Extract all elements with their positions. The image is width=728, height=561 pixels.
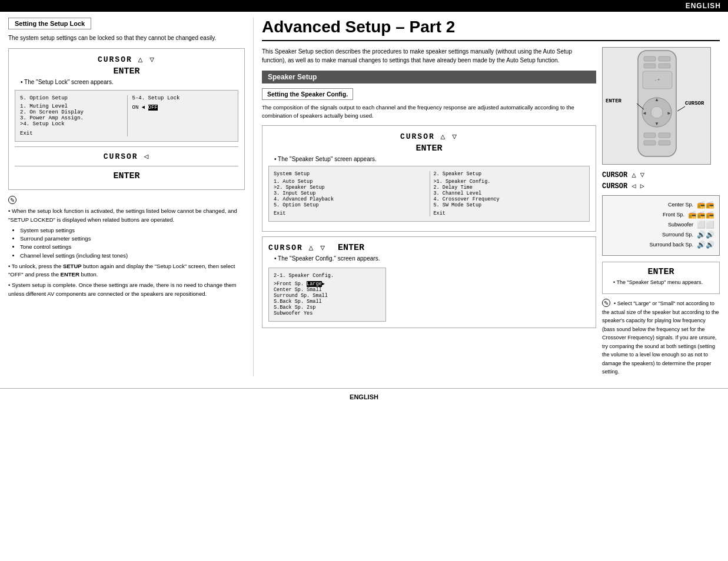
svg-rect-13 [644,133,656,138]
cursor-bot-label: CURSOR △ ▽ [268,243,326,252]
screen-line-2: 1. Muting Level [20,103,121,109]
front-sp-label: Front Sp. [607,212,688,218]
cursor-lr-label: CURSOR ◁ ▷ [602,182,644,191]
left-column: Setting the Setup Lock The system setup … [0,18,253,376]
s2r-5: 4. Crossover Frequency [434,196,585,202]
front-sp-icon: 📻📻📻 [688,211,714,219]
s2l-4: 3. Input Setup [274,191,425,196]
speaker-row-surround: Surround Sp. 🔊🔊 [607,231,714,239]
note-1: • When the setup lock function is activa… [8,207,245,224]
enter-top-label: ENTER [15,66,238,76]
enter-mid-label: ENTER [268,143,590,153]
s2l-5: 4. Advanced Playback [274,196,425,202]
svg-text:CURSOR: CURSOR [685,101,704,106]
enter-bot-label: ENTER [338,243,364,253]
speaker-diagram: Center Sp. 📻📻 Front Sp. 📻📻📻 Subwoofer ⬜⬜… [602,195,720,256]
svg-text:►: ► [667,111,672,116]
center-sp-icon: 📻📻 [697,201,714,209]
note-list-item-4: Channel level settings (including test t… [20,252,245,260]
screen-line-5: >4. Setup Lock [20,121,121,127]
s3-6: S.Back Sp. 2sp [274,305,381,310]
remote-svg: - + ▲ ▼ ◄ ► [603,48,711,165]
note-list-item-3: Tone control settings [20,243,245,251]
screen-line-4: 3. Power Amp Assign. [20,115,121,121]
svg-text:▲: ▲ [654,97,659,102]
screen-mockup-1: 5. Option Setup 1. Muting Level 2. On Sc… [15,90,238,142]
note-icon-1: ✎ [8,196,245,205]
screen-line-1: 5. Option Setup [20,95,121,101]
s3-1: 2-1. Speaker Config. [274,273,381,279]
s2l-2: 1. Auto Setup [274,179,425,185]
subwoofer-icon: ⬜⬜ [697,221,714,229]
svg-rect-14 [659,133,670,138]
sidebar-cursor-top: CURSOR △ ▽ [602,171,720,179]
screen2-left: System Setup 1. Auto Setup >2. Speaker S… [274,171,425,216]
right-enter-label: ENTER [607,267,714,277]
svg-text:▼: ▼ [654,121,659,126]
right-intro: This Speaker Setup section describes the… [262,47,596,65]
svg-rect-3 [644,64,656,68]
s2r-7: Exit [434,211,585,216]
s3-3: Center Sp. Small [274,287,381,293]
left-setup-panel: CURSOR △ ▽ ENTER • The "Setup Lock" scre… [8,48,245,190]
s2r-1: 2. Speaker Setup [434,171,585,177]
screen-right-title: 5-4. Setup Lock [132,95,234,101]
middle-panel-2: CURSOR △ ▽ ENTER • The "Speaker Config."… [262,236,596,328]
surround-sp-label: Surround Sp. [607,232,697,238]
s2r-6: 5. SW Mode Setup [434,202,585,208]
s2l-6: 5. Option Setup [274,202,425,208]
speaker-setup-section-label: Speaker Setup [262,71,596,84]
s2l-1: System Setup [274,171,425,177]
surround-back-sp-label: Surround back Sp. [607,242,697,248]
s2r-4: 3. Channel Level [434,191,585,196]
svg-rect-4 [659,64,670,68]
svg-rect-15 [644,141,656,145]
speaker-row-subwoofer: Subwoofer ⬜⬜ [607,221,714,229]
s2r-2: >1. Speaker Config. [434,179,585,185]
note-2: • To unlock, press the SETUP button agai… [8,262,245,279]
note-3: • System setup is complete. Once these s… [8,281,245,298]
enter-bot-bullet: • The "Speaker Config." screen appears. [274,255,590,262]
screen-line-6: Exit [20,131,121,136]
middle-panel-1: CURSOR △ ▽ ENTER • The "Speaker Setup" s… [262,125,596,232]
right-enter-bullet: • The "Speaker Setup" menu appears. [613,279,714,285]
cursor-left-label: CURSOR ◁ [15,152,238,161]
surround-back-sp-icon: 🔊🔊 [697,241,714,249]
note-list: System setup settings Surround parameter… [20,226,245,260]
section-title-box: Setting the Setup Lock [8,18,91,29]
screen-line-3: 2. On Screen Display [20,109,121,115]
svg-point-8 [651,106,663,118]
svg-text:ENTER: ENTER [606,98,622,104]
section-title: Setting the Setup Lock [15,20,85,27]
sidebar-note-text: • Select "Large" or "Small" not accordin… [602,300,719,375]
screen2-right: 2. Speaker Setup >1. Speaker Config. 2. … [430,171,585,216]
pencil-icon-2: ✎ [602,299,610,307]
s3-7: Subwoofer Yes [274,310,381,316]
language-label: ENGLISH [686,2,721,10]
svg-rect-1 [644,56,656,61]
screen-mockup-2: System Setup 1. Auto Setup >2. Speaker S… [268,166,590,222]
cursor-enter-bot-row: CURSOR △ ▽ ENTER [268,243,590,255]
sidebar-cursor-lr: CURSOR ◁ ▷ [602,182,720,191]
top-bar: ENGLISH [0,0,728,12]
enter-top-bullet: • The "Setup Lock" screen appears. [21,79,238,85]
s3-2: >Front Sp. Large▶ [274,280,381,287]
screen-mockup-3: 2-1. Speaker Config. >Front Sp. Large▶ C… [268,268,386,322]
svg-rect-2 [659,56,670,61]
s2l-7: Exit [274,211,425,216]
speaker-desc: The composition of the signals output to… [262,103,596,121]
screen-right-content: 5-4. Setup Lock ON ◄ OFF [127,95,234,136]
bottom-label: ENGLISH [350,393,378,400]
svg-text:- +: - + [655,78,660,82]
screen-right-value: ON ◄ OFF [132,105,234,111]
bottom-bar: ENGLISH [0,388,728,405]
sidebar-note: ✎ • Select "Large" or "Small" not accord… [602,299,720,376]
enter-mid-bullet: • The "Speaker Setup" screen appears. [274,156,590,162]
notes-section: ✎ • When the setup lock function is acti… [8,196,245,298]
speaker-config-label: Setting the Speaker Config. [262,88,353,100]
note-list-item-1: System setup settings [20,226,245,235]
cursor-up-down-label: CURSOR △ ▽ [602,171,644,179]
left-intro: The system setup settings can be locked … [8,34,245,42]
pencil-icon: ✎ [8,196,16,204]
s3-5: S.Back Sp. Small [274,299,381,305]
